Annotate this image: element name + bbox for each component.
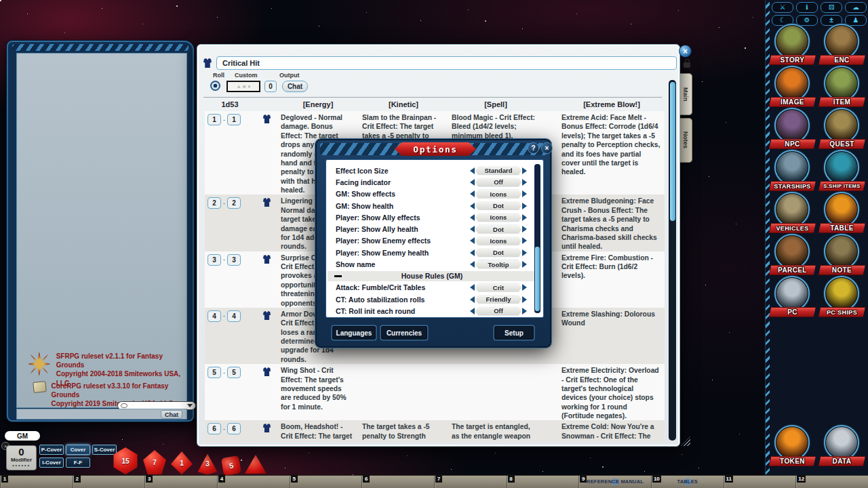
cycler-left-arrow-icon[interactable]: [470, 179, 475, 186]
tab-notes[interactable]: Notes: [679, 118, 692, 163]
i-cover-button[interactable]: I-Cover: [39, 458, 64, 468]
hotkey-slot-4[interactable]: 4: [217, 476, 290, 488]
sidebar-button-data[interactable]: DATA: [817, 425, 867, 467]
lock-icon[interactable]: [684, 62, 690, 68]
table-row-link-icon[interactable]: [262, 114, 272, 124]
table-row-link-icon[interactable]: [262, 423, 272, 433]
custom-modifier-field[interactable]: 0: [264, 81, 277, 92]
custom-dice-slots[interactable]: ▲■●: [226, 81, 260, 92]
range-to[interactable]: 6: [227, 423, 241, 434]
option-cycler[interactable]: Standard: [470, 166, 527, 175]
sidebar-button-table[interactable]: TABLE: [817, 192, 867, 234]
options-scrollbar[interactable]: [534, 164, 540, 313]
cycler-left-arrow-icon[interactable]: [470, 203, 475, 209]
cycler-left-arrow-icon[interactable]: [470, 214, 475, 221]
hotkey-slot-6[interactable]: 6: [361, 476, 434, 488]
cycler-right-arrow-icon[interactable]: [522, 284, 527, 291]
option-cycler[interactable]: Friendly: [470, 295, 527, 304]
chat-log[interactable]: SFRPG ruleset v2.1.1 for Fantasy Grounds…: [16, 53, 187, 408]
cycler-left-arrow-icon[interactable]: [470, 190, 475, 197]
cycler-right-arrow-icon[interactable]: [522, 249, 527, 256]
cycler-left-arrow-icon[interactable]: [470, 296, 475, 303]
cycler-right-arrow-icon[interactable]: [522, 203, 527, 209]
cycler-right-arrow-icon[interactable]: [522, 296, 527, 303]
languages-button[interactable]: Languages: [332, 326, 376, 340]
table-title-field[interactable]: Critical Hit: [216, 56, 677, 70]
d10-die[interactable]: 1: [171, 451, 193, 474]
setup-button[interactable]: Setup: [494, 326, 534, 340]
hotkey-slot-9[interactable]: 9 REFERENCE MANUAL: [578, 476, 651, 488]
d8-die[interactable]: 3: [197, 453, 218, 474]
cycler-right-arrow-icon[interactable]: [522, 179, 527, 186]
hotkey-slot-1[interactable]: 1: [0, 476, 73, 488]
hotkey-slot-8[interactable]: 8: [507, 476, 579, 488]
tab-main[interactable]: Main: [679, 73, 692, 115]
sidebar-button-token[interactable]: TOKEN: [768, 425, 817, 467]
cycler-right-arrow-icon[interactable]: [522, 261, 527, 268]
hotkey-slot-10[interactable]: 10 TABLES: [651, 476, 724, 488]
cycler-right-arrow-icon[interactable]: [522, 237, 527, 244]
modifier-box[interactable]: 0 Modifier ••••••: [6, 445, 37, 470]
cycler-left-arrow-icon[interactable]: [470, 167, 475, 174]
cycler-left-arrow-icon[interactable]: [470, 237, 475, 244]
table-row-link-icon[interactable]: [262, 310, 272, 321]
cycler-left-arrow-icon[interactable]: [470, 249, 475, 256]
range-from[interactable]: 1: [208, 114, 221, 125]
sidebar-button-parcel[interactable]: PARCEL: [768, 234, 817, 276]
sidebar-button-item[interactable]: ITEM: [817, 66, 867, 108]
tokens-button[interactable]: ☁: [845, 2, 867, 13]
cycler-right-arrow-icon[interactable]: [522, 226, 527, 232]
sidebar-button-pc[interactable]: PC: [768, 276, 817, 318]
option-cycler[interactable]: Off: [470, 178, 527, 186]
hotkey-slot-11[interactable]: 11: [724, 476, 796, 488]
cycler-right-arrow-icon[interactable]: [522, 308, 527, 314]
help-icon[interactable]: ?: [528, 142, 539, 154]
hotkey-slot-5[interactable]: 5: [290, 476, 362, 488]
range-to[interactable]: 4: [227, 310, 241, 322]
sidebar-button-s-ship-items[interactable]: S.SHIP ITEMS: [817, 150, 867, 192]
sidebar-button-pc-ships[interactable]: PC SHIPS: [817, 276, 867, 318]
table-row-link-icon[interactable]: [262, 197, 272, 207]
cover-button[interactable]: Cover: [66, 445, 90, 455]
cycler-right-arrow-icon[interactable]: [522, 190, 527, 197]
range-from[interactable]: 5: [208, 367, 221, 378]
cycler-left-arrow-icon[interactable]: [470, 226, 475, 232]
chat-tab[interactable]: Chat: [161, 410, 182, 419]
option-cycler[interactable]: Crit: [470, 283, 527, 292]
d12-die[interactable]: 7: [143, 450, 166, 474]
table-scrollbar[interactable]: [669, 80, 676, 441]
roll-dice-button[interactable]: [210, 81, 220, 91]
chat-entry-strip[interactable]: Chat: [16, 409, 187, 420]
cycler-left-arrow-icon[interactable]: [470, 308, 475, 314]
option-cycler[interactable]: Icons: [470, 213, 527, 222]
hotkey-slot-3[interactable]: 3: [144, 476, 217, 488]
option-cycler[interactable]: Tooltip: [470, 260, 527, 269]
option-cycler[interactable]: Icons: [470, 237, 527, 245]
d20-die[interactable]: 15: [113, 447, 138, 474]
hotkey-slot-7[interactable]: 7: [434, 476, 507, 488]
scrollbar-thumb[interactable]: [535, 247, 540, 311]
close-icon[interactable]: ×: [541, 142, 553, 154]
range-from[interactable]: 6: [208, 423, 221, 434]
range-from[interactable]: 2: [208, 197, 221, 209]
combat-tracker-button[interactable]: ⚔: [772, 2, 793, 13]
option-cycler[interactable]: Dot: [470, 225, 527, 234]
range-to[interactable]: 5: [227, 367, 241, 378]
output-chat-button[interactable]: Chat: [282, 81, 308, 92]
sidebar-button-enc[interactable]: ENC: [817, 24, 867, 66]
scrollbar-thumb[interactable]: [670, 82, 675, 221]
cycler-right-arrow-icon[interactable]: [522, 167, 527, 174]
sidebar-button-note[interactable]: NOTE: [817, 234, 867, 276]
table-row-link-icon[interactable]: [262, 254, 272, 264]
hotkey-slot-12[interactable]: 12: [795, 476, 868, 488]
sidebar-button-vehicles[interactable]: VEHICLES: [768, 192, 817, 234]
range-from[interactable]: 4: [208, 310, 221, 322]
party-sheet-button[interactable]: ℹ: [796, 2, 818, 13]
range-to[interactable]: 3: [227, 254, 241, 266]
sidebar-button-npc[interactable]: NPC: [768, 108, 817, 150]
sidebar-button-starships[interactable]: STARSHIPS: [768, 150, 817, 192]
p-cover-button[interactable]: P-Cover: [39, 445, 64, 455]
gm-identity-label[interactable]: GM: [5, 431, 40, 441]
range-to[interactable]: 1: [227, 114, 241, 125]
range-from[interactable]: 3: [208, 254, 221, 266]
